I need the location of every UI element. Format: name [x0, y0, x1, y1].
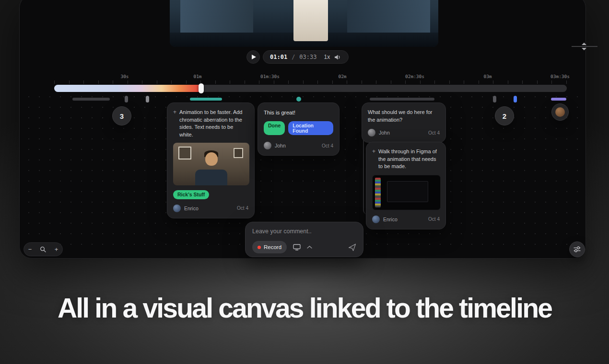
- author-name: John: [275, 143, 286, 148]
- thumbnail-art: [195, 170, 227, 186]
- timeline-marker-light[interactable]: [146, 96, 149, 102]
- timeline-segment-gray-1[interactable]: [72, 98, 110, 101]
- tag-location-found[interactable]: Location Found: [288, 121, 333, 135]
- ruler-ticks: [54, 80, 567, 84]
- timeline-segment-purple[interactable]: [551, 98, 566, 101]
- volume-button[interactable]: [334, 54, 341, 60]
- ruler-label: 01m:30s: [260, 74, 280, 79]
- marketing-background: 01:01 / 03:33 1x 30s 01m 01m:30s 02m 02m…: [0, 0, 609, 364]
- comment-input[interactable]: Leave your comment..: [252, 228, 356, 235]
- comment-date: Oct 4: [428, 130, 440, 136]
- cluster-badge-2[interactable]: 2: [495, 106, 514, 125]
- ruler-label: 03m: [483, 74, 492, 79]
- expand-button[interactable]: [307, 246, 312, 249]
- search-button[interactable]: [40, 246, 46, 252]
- comment-date: Oct 4: [428, 216, 440, 222]
- figma-screenshot-thumbnail[interactable]: [372, 175, 441, 210]
- avatar: [173, 205, 181, 212]
- send-icon: [348, 243, 356, 251]
- thumbnail-art: [178, 147, 191, 159]
- comment-card-great[interactable]: This is great! Done Location Found John …: [258, 102, 340, 156]
- timeline-segment-gray-2[interactable]: [370, 98, 434, 101]
- avatar: [264, 142, 271, 149]
- zoom-controls: − +: [23, 242, 63, 256]
- ruler-label: 02m: [338, 74, 346, 79]
- timeline-marker-gray-2[interactable]: [493, 96, 496, 102]
- add-comment-icon: +: [372, 148, 375, 171]
- comment-card-question[interactable]: What should we do here for the animation…: [362, 102, 446, 143]
- author-name: John: [379, 130, 390, 136]
- timeline-dot-teal[interactable]: [296, 97, 301, 102]
- cluster-badge-3[interactable]: 3: [112, 106, 131, 125]
- comment-card-figma[interactable]: + Walk through in Figma of the animation…: [366, 142, 446, 229]
- tag-done[interactable]: Done: [264, 121, 285, 135]
- avatar: [368, 129, 375, 136]
- chevron-up-icon: [307, 246, 312, 249]
- timeline-marker-blue[interactable]: [514, 96, 517, 102]
- comment-card-animation[interactable]: + Animation to be faster. Add chromatic …: [167, 102, 255, 218]
- author-name: Enrico: [184, 205, 199, 211]
- thumbnail-art: [387, 181, 428, 202]
- add-comment-icon: +: [173, 109, 176, 138]
- avatar: [372, 216, 380, 223]
- filter-sliders-icon: [574, 246, 581, 252]
- author-name: Enrico: [383, 216, 398, 222]
- tag-ricks-stuff[interactable]: Rick's Stuff: [173, 190, 209, 199]
- app-window: 01:01 / 03:33 1x 30s 01m 01m:30s 02m 02m…: [19, 0, 586, 259]
- thumbnail-art: [375, 178, 381, 207]
- playback-pill: 01:01 / 03:33 1x: [263, 50, 349, 64]
- timeline-segment-teal[interactable]: [190, 98, 222, 101]
- play-button[interactable]: [246, 50, 260, 64]
- headline: All in a visual canvas linked to the tim…: [0, 292, 609, 324]
- video-art-figure: [293, 0, 328, 41]
- video-art-panel: [180, 0, 253, 35]
- comment-text: Animation to be faster. Add chromatic ab…: [179, 109, 248, 138]
- avatar: [555, 107, 565, 117]
- comment-composer[interactable]: Leave your comment.. Record: [245, 222, 363, 257]
- comment-text: Walk through in Figma of the animation t…: [378, 148, 440, 171]
- zoom-in-button[interactable]: +: [55, 246, 59, 253]
- time-separator: /: [292, 54, 295, 60]
- record-label: Record: [264, 244, 281, 250]
- speaker-icon: [334, 54, 341, 60]
- ruler-label: 03m:30s: [550, 74, 570, 79]
- video-reply-thumbnail[interactable]: [173, 143, 249, 185]
- arrow-down-icon: [582, 48, 586, 50]
- video-frame[interactable]: [170, 0, 438, 47]
- duration: 03:33: [299, 54, 316, 60]
- record-dot-icon: [258, 246, 261, 249]
- thumbnail-art: [234, 148, 244, 158]
- comment-date: Oct 4: [322, 143, 333, 148]
- monitor-icon: [293, 244, 301, 250]
- avatar-marker[interactable]: [551, 103, 569, 121]
- edge-resize-handle[interactable]: [582, 43, 587, 50]
- screen-share-button[interactable]: [293, 244, 301, 250]
- play-icon: [252, 55, 256, 59]
- comment-date: Oct 4: [237, 205, 248, 211]
- thumbnail-art: [205, 152, 218, 166]
- timeline-track[interactable]: [54, 85, 567, 92]
- playhead[interactable]: [199, 83, 204, 93]
- ruler-label: 01m: [193, 74, 201, 79]
- comment-text: This is great!: [264, 109, 333, 116]
- ruler-label: 02m:30s: [405, 74, 424, 79]
- current-time: 01:01: [270, 54, 287, 60]
- playback-speed-button[interactable]: 1x: [324, 54, 330, 60]
- magnifier-icon: [40, 246, 46, 252]
- video-art-panel: [347, 0, 431, 37]
- ruler-label: 30s: [120, 74, 129, 79]
- arrow-up-icon: [582, 43, 586, 45]
- send-button[interactable]: [348, 243, 356, 251]
- timeline-marker-gray-1[interactable]: [125, 96, 128, 102]
- filter-button[interactable]: [569, 241, 585, 257]
- zoom-out-button[interactable]: −: [28, 246, 32, 253]
- comment-text: What should we do here for the animation…: [368, 109, 440, 124]
- record-button[interactable]: Record: [252, 241, 287, 253]
- timeline-progress: [54, 85, 203, 92]
